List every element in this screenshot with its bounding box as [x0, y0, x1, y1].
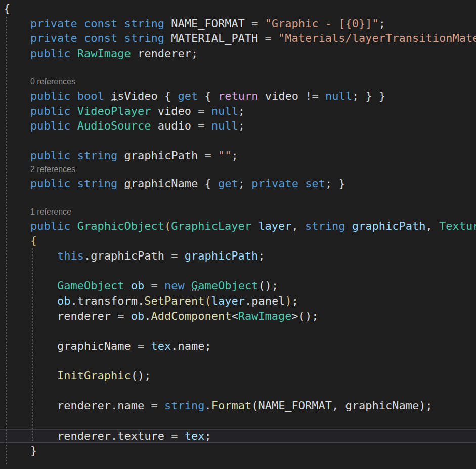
code-line[interactable]: private const string MATERIAL_PATH = "Ma… — [4, 31, 476, 46]
code-line[interactable]: ob.transform.SetParent(layer.panel); — [4, 293, 476, 309]
code-line[interactable]: public GraphicObject(GraphicLayer layer,… — [4, 219, 476, 234]
token: (); — [131, 369, 151, 382]
token: (); — [298, 310, 319, 322]
token: const — [84, 32, 117, 45]
token: AddComponent — [151, 310, 231, 322]
code-editor[interactable]: { private const string NAME_FORMAT = "Gr… — [0, 0, 476, 469]
codelens-references[interactable]: 2 references — [4, 163, 476, 176]
token — [359, 90, 365, 102]
token — [104, 90, 111, 102]
token: = — [151, 279, 157, 292]
token: ) — [285, 294, 291, 307]
code-line[interactable]: public string graphicName { get; private… — [4, 176, 476, 191]
token — [131, 339, 138, 352]
token: string — [77, 149, 117, 162]
token: ob — [131, 279, 145, 292]
token: NAME_FORMAT — [258, 399, 332, 412]
token: SetParent — [144, 294, 204, 307]
token: = — [138, 339, 144, 352]
token: audio — [158, 119, 191, 132]
token — [158, 399, 164, 412]
code-line[interactable]: public VideoPlayer video = null; — [4, 104, 476, 119]
code-line[interactable]: renderer.name = string.Format(NAME_FORMA… — [4, 398, 476, 413]
code-line[interactable] — [4, 134, 476, 149]
token — [70, 177, 77, 190]
token: = — [251, 17, 258, 30]
token: renderer — [57, 430, 111, 442]
code-area[interactable]: { private const string NAME_FORMAT = "Gr… — [4, 1, 476, 458]
code-line[interactable]: this.graphicPath = graphicPath; — [4, 248, 476, 264]
token — [245, 177, 251, 190]
code-line[interactable]: public string graphicPath = ""; — [4, 148, 476, 163]
codelens-references[interactable]: 0 references — [4, 76, 476, 89]
token: > — [292, 310, 298, 322]
token: . — [70, 294, 77, 307]
code-line[interactable]: renderer = ob.AddComponent<RawImage>(); — [4, 309, 476, 324]
code-line[interactable] — [4, 354, 476, 369]
code-line[interactable] — [4, 264, 476, 279]
token: renderer — [57, 399, 111, 412]
token — [258, 90, 265, 102]
token — [4, 249, 57, 262]
token — [151, 119, 157, 132]
token — [298, 220, 305, 232]
token: InitGraphic — [57, 369, 131, 382]
token: ( — [164, 220, 171, 232]
token — [164, 430, 171, 442]
code-line[interactable]: InitGraphic(); — [4, 368, 476, 383]
token: ; — [258, 249, 265, 262]
token — [4, 105, 30, 117]
code-line[interactable]: } — [4, 443, 476, 458]
token: null — [211, 119, 238, 132]
code-line[interactable]: private const string NAME_FORMAT = "Grap… — [4, 16, 476, 31]
code-line[interactable]: GameObject ob = new GameObject(); — [4, 278, 476, 293]
token: = — [171, 249, 178, 262]
code-line[interactable]: public AudioSource audio = null; — [4, 118, 476, 134]
token — [111, 310, 117, 322]
token: = — [198, 105, 204, 117]
token — [158, 90, 164, 102]
token — [198, 149, 204, 162]
token: . — [138, 294, 144, 307]
code-line[interactable] — [4, 413, 476, 429]
code-line[interactable]: { — [4, 233, 476, 248]
token: string — [124, 17, 164, 30]
token: { — [30, 234, 37, 247]
token: ; — [379, 17, 385, 30]
codelens-references[interactable]: 1 reference — [4, 206, 476, 219]
code-line[interactable]: { — [4, 1, 476, 16]
code-line[interactable] — [4, 191, 476, 206]
code-line[interactable]: graphicName = tex.name; — [4, 338, 476, 354]
token: tex — [185, 430, 205, 442]
token — [4, 310, 57, 322]
token: const — [84, 17, 117, 30]
code-line[interactable] — [4, 383, 476, 399]
token — [124, 279, 131, 292]
token — [70, 90, 77, 102]
token — [332, 177, 338, 190]
token — [117, 149, 124, 162]
token: ; — [191, 47, 198, 60]
token: this — [57, 249, 84, 262]
token — [372, 90, 379, 102]
token — [70, 105, 77, 117]
token: GraphicObject — [77, 220, 164, 232]
code-line[interactable]: public bool isVideo { get { return video… — [4, 89, 476, 104]
token — [251, 220, 258, 232]
token — [131, 47, 138, 60]
token: graphicPath — [352, 220, 426, 232]
code-line[interactable] — [4, 323, 476, 338]
token — [117, 177, 124, 190]
token: ; — [204, 339, 211, 352]
token — [4, 234, 30, 247]
token — [124, 310, 131, 322]
token — [4, 279, 57, 292]
token: graphicName — [345, 399, 419, 412]
token: } — [30, 444, 37, 457]
token: NAME_FORMAT — [171, 17, 245, 30]
code-line-current[interactable]: renderer.texture = tex; — [4, 429, 476, 444]
code-line[interactable] — [4, 61, 476, 76]
token — [171, 90, 178, 102]
code-line[interactable]: public RawImage renderer; — [4, 46, 476, 61]
token: public — [30, 105, 70, 117]
